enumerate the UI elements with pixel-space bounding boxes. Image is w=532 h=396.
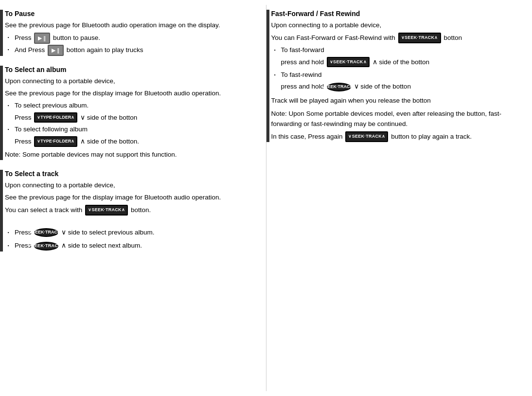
ff-bullet-dot-2: ・ xyxy=(271,70,278,81)
ff-intro-2: You can Fast-Forward or Fast-Rewind with… xyxy=(271,33,523,43)
play-pause-button-img: ▶ ‖ xyxy=(34,33,50,44)
select-track-body: Upon connecting to a portable device, Se… xyxy=(5,180,256,252)
ff-note: Note: Upon Some portable devices model, … xyxy=(271,109,523,129)
ff-in-this-case: In this case, Press again ∨SEEK·TRACK∧ b… xyxy=(271,131,523,142)
track-bullet-1-text: Press ∨SEEK·TRACK∧ ∨ side to select prev… xyxy=(15,228,155,238)
album-bullet-1-text: To select previous album. xyxy=(15,101,89,111)
bullet-dot-1: ・ xyxy=(5,33,12,43)
ff-track-played: Track will be played again when you rele… xyxy=(271,96,523,106)
pause-bullet-1-text: ▶ ‖ Press ▶ ‖ button to pause. xyxy=(15,33,100,44)
fast-forward-title: Fast-Forward / Fast Rewind xyxy=(271,10,523,18)
track-bullet-2-text: Press ∨SEEK·TRACK∧ ∧ side to select next… xyxy=(15,241,142,251)
section-marker-right-1 xyxy=(266,10,269,142)
pause-bullet-1: ・ ▶ ‖ Press ▶ ‖ button to pause. xyxy=(5,33,256,44)
section-pause: To Pause See the previous page for Bluet… xyxy=(5,10,256,56)
select-track-title: To Select a track xyxy=(5,170,256,178)
seek-track-btn-ff: ∨SEEK·TRACK∧ xyxy=(398,33,441,43)
album-indent-1: Press ∨TYPE·FOLDER∧ ∨ side of the botton xyxy=(15,112,256,123)
ff-bullet-1-text: To fast-forward xyxy=(281,45,324,55)
seek-track-ff-btn: ∨SEEK·TRACK∧ xyxy=(327,57,370,68)
ff-indent-1: press and hold ∨SEEK·TRACK∧ ∧ side of th… xyxy=(281,57,523,68)
section-marker-3 xyxy=(0,170,3,252)
track-bullet-dot-2: ・ xyxy=(5,241,12,252)
section-marker xyxy=(0,10,3,56)
track-bullet-dot-1: ・ xyxy=(5,228,12,238)
select-album-body: Upon connecting to a portable device, Se… xyxy=(5,76,256,160)
track-intro-1: Upon connecting to a portable device, xyxy=(5,180,256,191)
ff-bullet-dot-1: ・ xyxy=(271,45,278,56)
pause-intro: See the previous page for Bluetooth audi… xyxy=(5,20,256,31)
left-column: To Pause See the previous page for Bluet… xyxy=(0,5,266,391)
ff-intro-1: Upon connecting to a portable device, xyxy=(271,20,523,31)
seek-track-btn-2: ∨SEEK·TRACK∧ xyxy=(34,242,58,251)
right-column: Fast-Forward / Fast Rewind Upon connecti… xyxy=(266,5,532,391)
album-bullet-2-text: To select following album xyxy=(15,125,88,135)
album-bullet-dot-2: ・ xyxy=(5,125,12,135)
pause-bullet-2-text: And Press ▶ ‖ botton again to play truck… xyxy=(15,45,143,56)
album-intro-2: See the previous page for the display im… xyxy=(5,89,256,99)
ff-bullet-2-text: To fast-rewind xyxy=(281,70,322,80)
seek-track-fr-circle-btn: ∨SEEK·TRACK∧ xyxy=(327,83,351,91)
album-bullet-dot-1: ・ xyxy=(5,101,12,111)
track-bullet-2: ・ Press ∨SEEK·TRACK∧ ∧ side to select ne… xyxy=(5,241,256,252)
seek-track-btn-inline: ∨SEEK·TRACK∧ xyxy=(85,205,128,216)
fast-forward-body: Upon connecting to a portable device, Yo… xyxy=(271,20,523,142)
section-fast-forward: Fast-Forward / Fast Rewind Upon connecti… xyxy=(271,10,523,142)
ff-bullet-1: ・ To fast-forward xyxy=(271,45,523,56)
page: To Pause See the previous page for Bluet… xyxy=(0,0,532,396)
type-folder-btn-1: ∨TYPE·FOLDER∧ xyxy=(34,112,77,123)
ff-indent-2: press and hold ∨SEEK·TRACK∧ ∨ side of th… xyxy=(281,82,523,92)
select-album-title: To Select an album xyxy=(5,66,256,73)
album-bullet-2: ・ To select following album xyxy=(5,125,256,135)
section-select-track: To Select a track Upon connecting to a p… xyxy=(5,170,256,252)
pause-title: To Pause xyxy=(5,10,256,18)
pause-body: See the previous page for Bluetooth audi… xyxy=(5,20,256,56)
seek-track-circle-btn-1: ∨SEEK·TRACK∧ xyxy=(34,228,58,237)
section-marker-2 xyxy=(0,66,3,160)
pause-bullet-2: ・ And Press ▶ ‖ botton again to play tru… xyxy=(5,45,256,56)
ff-bullet-2: ・ To fast-rewind xyxy=(271,70,523,81)
type-folder-btn-2: ∨TYPE·FOLDER∧ xyxy=(34,136,77,147)
section-select-album: To Select an album Upon connecting to a … xyxy=(5,66,256,160)
play-pause-button-img-2: ▶ ‖ xyxy=(48,45,64,56)
track-bullet-1: ・ Press ∨SEEK·TRACK∧ ∨ side to select pr… xyxy=(5,228,256,238)
album-bullet-1: ・ To select previous album. xyxy=(5,101,256,111)
track-intro-2: See the previous page for the display im… xyxy=(5,193,256,203)
track-intro-3: You can select a track with ∨SEEK·TRACK∧… xyxy=(5,205,256,216)
album-note: Note: Some portable devices may not supp… xyxy=(5,150,256,160)
album-intro-1: Upon connecting to a portable device, xyxy=(5,76,256,87)
seek-track-again-btn: ∨SEEK·TRACK∧ xyxy=(345,131,388,142)
album-indent-2: Press ∨TYPE·FOLDER∧ ∧ side of the botton… xyxy=(15,136,256,147)
bullet-dot-2: ・ xyxy=(5,45,12,55)
